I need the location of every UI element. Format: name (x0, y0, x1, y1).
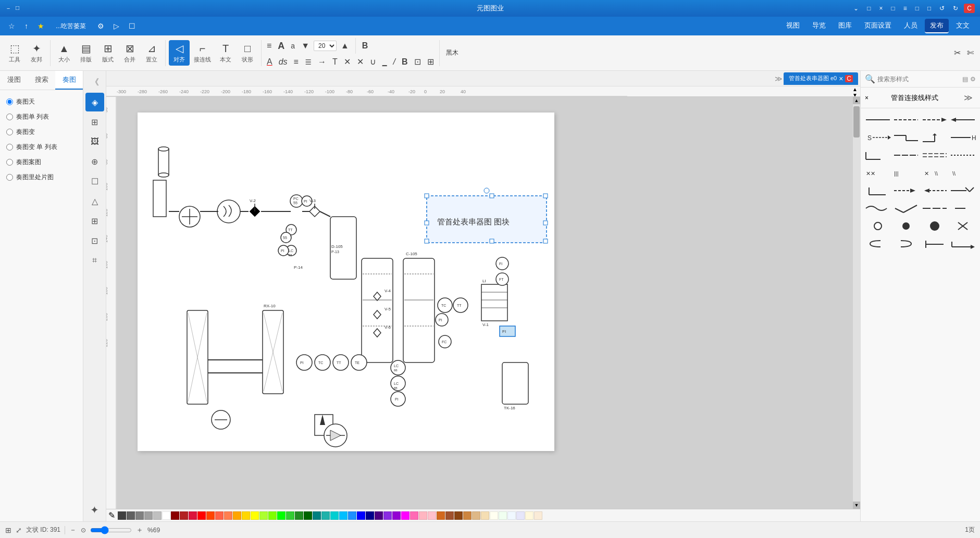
color-swatch[interactable] (357, 511, 365, 520)
color-swatch[interactable] (534, 511, 542, 520)
long-dash-item[interactable] (893, 148, 919, 162)
redo-icon[interactable]: ↻ (950, 4, 961, 13)
dash-l-item[interactable] (922, 183, 948, 198)
connection-btn[interactable]: ⊡ (85, 231, 104, 250)
color-swatch[interactable] (401, 511, 410, 520)
color-swatch[interactable] (144, 511, 153, 520)
x-mark-item[interactable] (950, 219, 976, 233)
gear-menu-icon[interactable]: ⚙ (94, 20, 107, 32)
dashed-line-item[interactable] (893, 112, 919, 127)
settings-btn[interactable]: ⚙ (970, 76, 976, 83)
color-swatch[interactable] (153, 511, 162, 520)
color-swatch[interactable] (304, 511, 312, 520)
shape-btn[interactable]: □ 状形 (237, 41, 258, 66)
color-swatch[interactable] (507, 511, 516, 520)
arrange-btn[interactable]: ▤ 排版 (76, 40, 96, 66)
short-dashes-item[interactable] (950, 148, 976, 162)
scroll-up-icon[interactable]: ▲ (850, 86, 860, 92)
h-connector-item[interactable]: H (950, 130, 976, 145)
text-type-icon[interactable]: T (330, 56, 340, 68)
color-swatch[interactable] (189, 511, 197, 520)
sidebar-item-pian[interactable]: 奏图里处片图 (4, 170, 79, 185)
chart-btn[interactable]: △ (85, 192, 104, 210)
color-swatch[interactable] (162, 511, 170, 520)
dashed-arrow-item[interactable] (922, 112, 948, 127)
fullscreen-status-icon[interactable]: ⤢ (16, 526, 22, 534)
color-swatch[interactable] (277, 511, 286, 520)
right-angle-item[interactable] (893, 130, 919, 145)
check-mark-item[interactable] (893, 201, 919, 216)
straight-line-item[interactable] (865, 112, 891, 127)
color-swatch[interactable] (339, 511, 348, 520)
font-size-down-arrow[interactable]: ▼ (299, 40, 312, 52)
zoom-slider[interactable] (90, 526, 132, 534)
menu-library[interactable]: 图库 (833, 19, 857, 33)
menu-icon[interactable]: ≡ (901, 4, 910, 13)
color-swatch[interactable] (410, 511, 418, 520)
tool-btn[interactable]: ⬚ 工具 (4, 40, 25, 66)
color-swatch[interactable] (295, 511, 303, 520)
zoom-circle-icon[interactable]: ⊙ (81, 527, 86, 534)
color-swatch[interactable] (233, 511, 241, 520)
color-swatch[interactable] (419, 511, 427, 520)
menu-page[interactable]: 页面设置 (859, 19, 897, 33)
radio-biantu-list[interactable] (6, 144, 13, 151)
pointer-tool-btn[interactable]: ◈ (85, 93, 104, 111)
bracket-l-item[interactable] (922, 236, 948, 251)
tab-collapse[interactable]: ≫ (775, 74, 783, 83)
menu-people[interactable]: 人员 (899, 19, 923, 33)
table-btn[interactable]: ⊞ (85, 211, 104, 230)
pointer-btn[interactable]: ◁ 对齐 (169, 40, 190, 66)
maximize-icon[interactable]: □ (16, 4, 19, 13)
arrow-left-item[interactable] (950, 112, 976, 127)
text-btn[interactable]: T 本文 (215, 41, 236, 66)
window-controls[interactable]: － □ (5, 4, 19, 13)
arrow-check-item[interactable] (950, 183, 976, 198)
radio-dantu[interactable] (6, 114, 13, 120)
expand-panel-btn[interactable]: ≫ (961, 92, 976, 104)
color-swatch[interactable] (268, 511, 277, 520)
color-swatch[interactable] (499, 511, 507, 520)
circle-filled-item[interactable] (893, 219, 919, 233)
color-swatch[interactable] (330, 511, 339, 520)
color-swatch[interactable] (348, 511, 356, 520)
circle-filled-lg-item[interactable] (922, 219, 948, 233)
color-swatch[interactable] (375, 511, 383, 520)
arc-text-icon[interactable]: ∪ (368, 56, 378, 68)
color-swatch[interactable] (437, 511, 445, 520)
color-swatch[interactable] (171, 511, 179, 520)
sidebar-item-biantu[interactable]: 奏图变 (4, 124, 79, 140)
color-swatch[interactable] (454, 511, 463, 520)
scissors-icon[interactable]: ✄ (965, 47, 976, 59)
sidebar-tab-search[interactable]: 搜索 (28, 71, 55, 90)
color-swatch[interactable] (516, 511, 525, 520)
fullscreen-icon[interactable]: □ (913, 4, 922, 13)
highlight-icon[interactable]: ds (277, 56, 290, 68)
settings-icon[interactable]: × (877, 4, 886, 13)
bracket-j-item[interactable] (893, 236, 919, 251)
bold-icon[interactable]: B (360, 40, 370, 52)
search-shapes-input[interactable] (877, 76, 960, 83)
canvas-tab-active[interactable]: 管首处表串器图 e0 × C (784, 72, 858, 85)
corner-tl-item[interactable] (922, 130, 948, 145)
triple-v-item[interactable]: ||| (893, 166, 919, 180)
color-swatch[interactable] (215, 511, 224, 520)
color-swatch[interactable] (490, 511, 498, 520)
cloud-icon[interactable]: C (964, 4, 975, 13)
radio-biantu[interactable] (6, 129, 13, 135)
color-swatch[interactable] (180, 511, 188, 520)
dropdown-icon[interactable]: ⌄ (851, 4, 861, 13)
connector-btn[interactable]: ⌐ 接连线 (191, 41, 214, 66)
scroll-up-btn[interactable]: ▲ (853, 97, 860, 104)
color-swatch[interactable] (481, 511, 489, 520)
menu-publish[interactable]: 发布 (925, 19, 949, 33)
color-swatch[interactable] (259, 511, 268, 520)
circle-open-item[interactable] (865, 219, 891, 233)
breadcrumb-menu[interactable]: ...吃苦萎菜 (51, 20, 91, 33)
list-icon[interactable]: ≣ (303, 56, 314, 68)
v-scrollbar[interactable]: ▲ ▼ (853, 97, 860, 509)
color-swatch[interactable] (463, 511, 472, 520)
place-btn[interactable]: ⊿ 置立 (141, 40, 162, 66)
color-swatch[interactable] (127, 511, 135, 520)
color-edit-icon[interactable]: ✎ (108, 510, 115, 520)
